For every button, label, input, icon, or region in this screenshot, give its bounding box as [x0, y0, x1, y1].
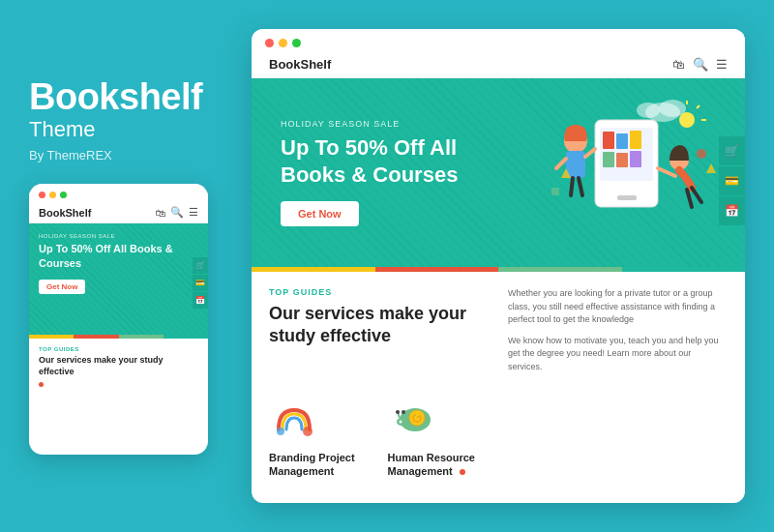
svg-line-5 — [697, 105, 700, 108]
desktop-sidebar-icons: 🛒 💳 📅 — [719, 136, 745, 225]
svg-line-25 — [687, 190, 692, 207]
desktop-guides-label: TOP GUIDES — [269, 287, 489, 297]
mobile-get-now-button[interactable]: Get Now — [39, 280, 85, 294]
mobile-dot-green — [60, 192, 67, 198]
desktop-cards: Branding Project Management — [252, 393, 745, 490]
svg-line-26 — [692, 188, 701, 202]
desktop-dot-yellow — [279, 39, 287, 47]
svg-point-31 — [303, 427, 313, 436]
desktop-card2-icon — [388, 393, 438, 443]
svg-rect-29 — [551, 188, 559, 195]
desktop-sale-title: Up To 50% Off AllBooks & Courses — [281, 134, 458, 188]
mobile-dots — [29, 184, 208, 202]
mobile-sidebar-cal[interactable]: 📅 — [193, 292, 208, 309]
mobile-dot-red — [39, 192, 45, 198]
desktop-sidebar-card[interactable]: 💳 — [719, 166, 745, 195]
desktop-guides-desc1: Whether you are looking for a private tu… — [508, 287, 728, 327]
desktop-sale-label: HOLIDAY SEASON SALE — [281, 119, 458, 129]
desktop-search-icon[interactable]: 🔍 — [693, 57, 708, 72]
svg-rect-10 — [616, 133, 628, 149]
desktop-card2-title: Human Resource Management — [388, 451, 491, 479]
mobile-nav-icons: 🛍 🔍 ☰ — [155, 206, 198, 219]
desktop-card1-title: Branding Project Management — [269, 451, 372, 479]
theme-subtitle: Theme — [29, 117, 227, 142]
svg-line-21 — [571, 178, 573, 195]
desktop-dot-red — [265, 39, 274, 47]
mobile-guides-label: TOP GUIDES — [39, 346, 198, 352]
desktop-menu-icon[interactable]: ☰ — [716, 57, 728, 72]
svg-rect-14 — [630, 151, 641, 167]
svg-point-38 — [396, 410, 400, 414]
svg-point-3 — [679, 112, 695, 128]
desktop-sidebar-cal[interactable]: 📅 — [719, 196, 745, 225]
theme-author: By ThemeREX — [29, 148, 227, 163]
mobile-mockup: BookShelf 🛍 🔍 ☰ HOLIDAY SEASON SALE Up T… — [29, 184, 208, 455]
desktop-guides-right: Whether you are looking for a private tu… — [508, 287, 728, 381]
svg-rect-11 — [630, 131, 641, 149]
desktop-guides-left: TOP GUIDES Our services make your study … — [269, 287, 489, 381]
desktop-nav: BookShelf 🛍 🔍 ☰ — [252, 53, 745, 78]
svg-point-40 — [399, 421, 402, 424]
desktop-card-4 — [625, 393, 729, 479]
svg-point-28 — [697, 149, 706, 159]
desktop-dot-green — [292, 39, 301, 47]
svg-line-19 — [556, 159, 566, 168]
mobile-sale-title: Up To 50% Off All Books & Courses — [39, 242, 198, 270]
mobile-hero: HOLIDAY SEASON SALE Up To 50% Off All Bo… — [29, 223, 208, 335]
desktop-mockup: BookShelf 🛍 🔍 ☰ HOLIDAY SEASON SALE Up T… — [252, 29, 745, 503]
desktop-hero-content: HOLIDAY SEASON SALE Up To 50% Off AllBoo… — [281, 119, 458, 226]
mobile-nav: BookShelf 🛍 🔍 ☰ — [29, 202, 208, 223]
desktop-hero-illustration — [522, 91, 716, 255]
desktop-card-1: Branding Project Management — [269, 393, 372, 479]
desktop-get-now-button[interactable]: Get Now — [281, 201, 359, 226]
desktop-card-2: Human Resource Management — [388, 393, 491, 479]
mobile-sidebar-card[interactable]: 💳 — [193, 275, 208, 291]
svg-rect-15 — [617, 195, 637, 200]
svg-rect-12 — [603, 152, 614, 167]
desktop-dots — [252, 29, 745, 53]
mobile-red-dot — [39, 382, 44, 387]
mobile-cart-icon[interactable]: 🛍 — [155, 207, 165, 219]
svg-rect-13 — [616, 153, 628, 167]
mobile-sale-label: HOLIDAY SEASON SALE — [39, 233, 198, 239]
desktop-hero: HOLIDAY SEASON SALE Up To 50% Off AllBoo… — [252, 78, 745, 267]
svg-rect-18 — [566, 151, 585, 178]
svg-point-2 — [637, 103, 660, 118]
svg-line-24 — [658, 168, 675, 176]
desktop-color-bar — [252, 267, 745, 272]
svg-point-39 — [402, 410, 405, 414]
desktop-sidebar-cart[interactable]: 🛒 — [719, 136, 745, 165]
desktop-card1-icon — [269, 393, 319, 443]
mobile-search-icon[interactable]: 🔍 — [170, 206, 184, 219]
desktop-nav-icons: 🛍 🔍 ☰ — [672, 57, 728, 72]
mobile-guides: TOP GUIDES Our services make your study … — [29, 339, 208, 394]
svg-marker-30 — [706, 163, 716, 173]
svg-point-32 — [277, 428, 284, 435]
mobile-logo: BookShelf — [39, 207, 91, 219]
desktop-guides-title: Our services make your study effective — [269, 303, 489, 346]
mobile-dot-yellow — [49, 192, 56, 198]
left-panel: Bookshelf Theme By ThemeREX BookShelf 🛍 … — [29, 77, 237, 456]
desktop-guides-section: TOP GUIDES Our services make your study … — [252, 272, 745, 393]
svg-line-20 — [585, 149, 595, 157]
theme-title: Bookshelf — [29, 77, 227, 118]
desktop-logo: BookShelf — [269, 57, 331, 72]
mobile-menu-icon[interactable]: ☰ — [189, 206, 198, 219]
desktop-card-3 — [506, 393, 610, 479]
mobile-color-bar — [29, 335, 208, 339]
svg-rect-9 — [603, 132, 614, 149]
svg-line-22 — [579, 178, 582, 195]
desktop-cart-icon[interactable]: 🛍 — [672, 57, 685, 72]
mobile-guides-title: Our services make your study effective — [39, 355, 198, 377]
desktop-guides-desc2: We know how to motivate you, teach you a… — [508, 335, 728, 374]
desktop-card2-dot — [460, 469, 465, 475]
